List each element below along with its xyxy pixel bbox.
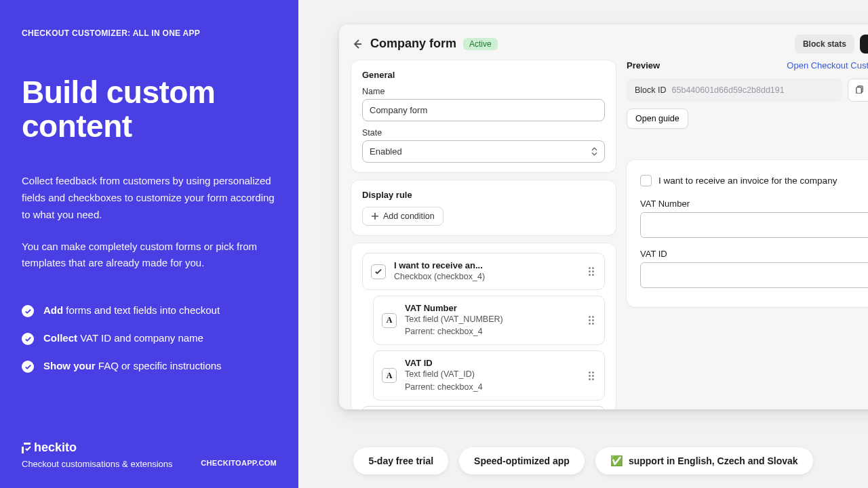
svg-rect-0 xyxy=(24,443,31,445)
vat-id-label: VAT ID xyxy=(640,249,868,259)
name-label: Name xyxy=(362,87,605,96)
field-title: I want to receive an... xyxy=(394,260,578,270)
check-emoji-icon: ✅ xyxy=(610,455,623,467)
add-field-button[interactable]: Add new field xyxy=(362,406,605,409)
pill-trial: 5-day free trial xyxy=(353,447,448,474)
field-row-vat-number[interactable]: A VAT Number Text field (VAT_NUMBER) Par… xyxy=(373,296,605,345)
config-column: General Name State Enabled Display rule xyxy=(351,60,616,409)
preview-column: Preview Open Checkout Customizer Block I… xyxy=(627,60,868,409)
feature-item: Show your FAQ or specific instructions xyxy=(22,360,277,373)
check-circle-icon xyxy=(22,305,34,317)
clipboard-icon xyxy=(855,85,864,96)
tagline: CHECKOUT CUSTOMIZER: ALL IN ONE APP xyxy=(22,28,277,38)
fields-card: I want to receive an... Checkbox (checkb… xyxy=(351,243,616,409)
display-rule-card: Display rule Add condition xyxy=(351,180,616,235)
feature-item: Collect VAT ID and company name xyxy=(22,332,277,345)
brand-logo: heckito xyxy=(22,441,277,455)
vat-id-input[interactable] xyxy=(640,262,868,288)
preview-canvas: I want to receive an invoice for the com… xyxy=(627,160,868,307)
checkbox-type-icon xyxy=(371,264,386,279)
pill-speed: Speed-optimized app xyxy=(459,447,585,474)
brand-mark-icon xyxy=(22,443,33,453)
promo-pills: 5-day free trial Speed-optimized app ✅su… xyxy=(298,447,868,474)
field-parent: Parrent: checkbox_4 xyxy=(405,381,578,393)
copy-button[interactable]: Copy xyxy=(848,79,868,102)
hero-paragraph-1: Collect feedback from customers by using… xyxy=(22,173,277,223)
open-customizer-link[interactable]: Open Checkout Customizer xyxy=(787,60,868,70)
field-row-vat-id[interactable]: A VAT ID Text field (VAT_ID) Parrent: ch… xyxy=(373,350,605,400)
pill-support: ✅support in English, Czech and Slovak xyxy=(595,447,813,474)
field-subtitle: Text field (VAT_NUMBER) xyxy=(405,313,578,325)
marketing-sidebar: CHECKOUT CUSTOMIZER: ALL IN ONE APP Buil… xyxy=(0,0,298,488)
field-title: VAT ID xyxy=(405,358,578,368)
drag-handle-icon[interactable] xyxy=(587,371,596,380)
open-guide-button[interactable]: Open guide xyxy=(627,108,688,129)
brand-site: CHECKITOAPP.COM xyxy=(201,459,277,469)
state-label: State xyxy=(362,128,605,138)
brand-subtitle: Checkout customisations & extensions xyxy=(22,459,173,469)
feature-text: Collect VAT ID and company name xyxy=(43,332,203,344)
vat-number-input[interactable] xyxy=(640,212,868,238)
field-title: VAT Number xyxy=(405,303,578,313)
page-title: Company form xyxy=(370,37,456,51)
check-circle-icon xyxy=(22,333,34,345)
editor-window: Company form Active Block stats Save Gen… xyxy=(339,24,868,409)
feature-text: Add forms and text fields into checkout xyxy=(43,304,220,316)
drag-handle-icon[interactable] xyxy=(587,267,596,276)
app-area: Company form Active Block stats Save Gen… xyxy=(298,0,868,488)
add-condition-button[interactable]: Add condition xyxy=(362,207,443,226)
vat-number-label: VAT Number xyxy=(640,199,868,209)
name-input[interactable] xyxy=(362,99,605,121)
drag-handle-icon[interactable] xyxy=(587,316,596,325)
feature-text: Show your FAQ or specific instructions xyxy=(43,360,222,371)
field-subtitle: Checkbox (checkbox_4) xyxy=(394,270,578,283)
general-card: General Name State Enabled xyxy=(351,60,616,172)
general-heading: General xyxy=(362,70,605,80)
block-stats-button[interactable]: Block stats xyxy=(795,35,854,54)
svg-rect-3 xyxy=(856,87,861,94)
status-badge: Active xyxy=(463,38,498,50)
back-arrow-icon[interactable] xyxy=(351,38,363,50)
text-type-icon: A xyxy=(382,368,397,383)
display-rule-heading: Display rule xyxy=(362,190,605,200)
field-parent: Parrent: checkbox_4 xyxy=(405,325,578,338)
block-id-display: Block ID 65b440601d66d59c2b8dd191 xyxy=(627,79,842,102)
editor-header: Company form Active Block stats Save xyxy=(351,37,868,51)
preview-heading: Preview xyxy=(627,60,660,70)
field-subtitle: Text field (VAT_ID) xyxy=(405,368,578,380)
plus-icon xyxy=(371,212,379,220)
field-row-checkbox[interactable]: I want to receive an... Checkbox (checkb… xyxy=(362,253,605,290)
invoice-checkbox-label: I want to receive an invoice for the com… xyxy=(658,176,837,186)
hero-title: Build custom content xyxy=(22,76,277,143)
brand-footer: heckito Checkout customisations & extens… xyxy=(22,441,277,469)
save-button[interactable]: Save xyxy=(860,35,868,54)
check-circle-icon xyxy=(22,361,34,373)
state-select[interactable]: Enabled xyxy=(362,140,605,163)
text-type-icon: A xyxy=(382,313,397,328)
feature-item: Add forms and text fields into checkout xyxy=(22,304,277,317)
hero-paragraph-2: You can make completely custom forms or … xyxy=(22,239,277,272)
invoice-checkbox[interactable] xyxy=(640,175,652,186)
feature-list: Add forms and text fields into checkout … xyxy=(22,304,277,388)
svg-rect-1 xyxy=(22,447,24,453)
